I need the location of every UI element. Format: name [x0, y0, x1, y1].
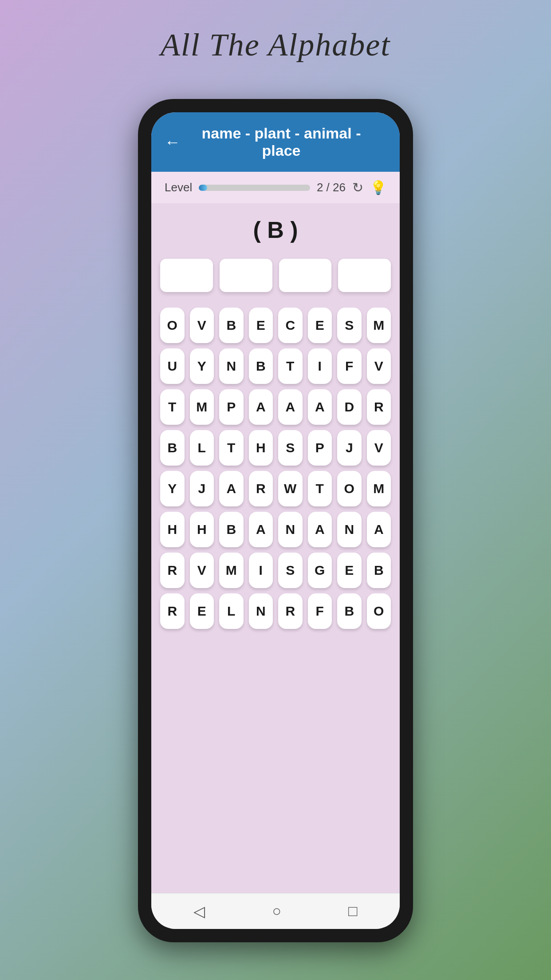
current-letter: ( B )	[253, 217, 298, 243]
letter-button[interactable]: M	[219, 553, 244, 588]
letter-button[interactable]: N	[249, 593, 273, 629]
letter-button[interactable]: V	[367, 348, 391, 384]
answer-box-4[interactable]	[338, 259, 391, 292]
app-title: All The Alphabet	[161, 27, 391, 63]
letter-button[interactable]: S	[278, 430, 303, 466]
letter-button[interactable]: B	[249, 348, 273, 384]
letter-button[interactable]: E	[308, 308, 332, 343]
letter-button[interactable]: R	[367, 389, 391, 425]
top-bar-title: name - plant - animal - place	[189, 125, 373, 159]
letter-button[interactable]: A	[249, 389, 273, 425]
letter-button[interactable]: A	[249, 512, 273, 547]
letter-button[interactable]: Y	[190, 348, 214, 384]
letter-button[interactable]: G	[308, 553, 332, 588]
letter-button[interactable]: A	[278, 389, 303, 425]
letter-button[interactable]: C	[278, 308, 303, 343]
letter-button[interactable]: E	[190, 593, 214, 629]
letter-button[interactable]: P	[308, 430, 332, 466]
phone-frame: ← name - plant - animal - place Level 2 …	[138, 99, 413, 942]
letter-button[interactable]: A	[219, 471, 244, 506]
letter-button[interactable]: V	[190, 553, 214, 588]
letter-button[interactable]: R	[249, 471, 273, 506]
letter-button[interactable]: E	[337, 553, 362, 588]
nav-home-button[interactable]: ○	[272, 903, 281, 920]
letter-button[interactable]: M	[190, 389, 214, 425]
phone-screen: ← name - plant - animal - place Level 2 …	[151, 112, 400, 929]
answer-box-2[interactable]	[220, 259, 272, 292]
letter-button[interactable]: H	[249, 430, 273, 466]
letter-button[interactable]: V	[190, 308, 214, 343]
letter-button[interactable]: T	[219, 430, 244, 466]
level-count: 2 / 26	[317, 181, 346, 194]
level-label: Level	[165, 181, 192, 194]
letter-button[interactable]: H	[160, 512, 185, 547]
letter-button[interactable]: E	[249, 308, 273, 343]
progress-fill	[199, 185, 207, 191]
letter-button[interactable]: T	[278, 348, 303, 384]
letter-button[interactable]: B	[219, 308, 244, 343]
letter-button[interactable]: R	[160, 553, 185, 588]
answer-box-3[interactable]	[279, 259, 332, 292]
letter-button[interactable]: F	[337, 348, 362, 384]
letter-button[interactable]: N	[337, 512, 362, 547]
letter-button[interactable]: L	[219, 593, 244, 629]
letter-grid: OVBECESMUYNBTIFVTMPAAADRBLTHSPJVYJARWTOM…	[160, 308, 391, 629]
letter-button[interactable]: A	[367, 512, 391, 547]
answer-boxes	[160, 259, 391, 292]
letter-button[interactable]: O	[160, 308, 185, 343]
nav-back-button[interactable]: ◁	[193, 902, 205, 920]
letter-button[interactable]: T	[308, 471, 332, 506]
letter-button[interactable]: U	[160, 348, 185, 384]
letter-button[interactable]: O	[337, 471, 362, 506]
letter-button[interactable]: V	[367, 430, 391, 466]
letter-button[interactable]: J	[190, 471, 214, 506]
letter-button[interactable]: B	[219, 512, 244, 547]
letter-button[interactable]: B	[367, 553, 391, 588]
level-bar: Level 2 / 26 ↻ 💡	[151, 172, 400, 203]
letter-button[interactable]: J	[337, 430, 362, 466]
hint-icon[interactable]: 💡	[370, 180, 386, 195]
letter-button[interactable]: R	[278, 593, 303, 629]
refresh-icon[interactable]: ↻	[352, 180, 363, 195]
letter-button[interactable]: A	[308, 512, 332, 547]
answer-box-1[interactable]	[160, 259, 213, 292]
letter-button[interactable]: N	[219, 348, 244, 384]
bottom-nav: ◁ ○ □	[151, 893, 400, 929]
letter-button[interactable]: L	[190, 430, 214, 466]
letter-button[interactable]: I	[249, 553, 273, 588]
letter-button[interactable]: M	[367, 308, 391, 343]
letter-button[interactable]: W	[278, 471, 303, 506]
back-button[interactable]: ←	[165, 133, 181, 151]
letter-button[interactable]: T	[160, 389, 185, 425]
letter-button[interactable]: F	[308, 593, 332, 629]
letter-button[interactable]: B	[160, 430, 185, 466]
nav-recent-button[interactable]: □	[348, 903, 358, 920]
letter-button[interactable]: A	[308, 389, 332, 425]
letter-button[interactable]: O	[367, 593, 391, 629]
letter-button[interactable]: D	[337, 389, 362, 425]
top-bar: ← name - plant - animal - place	[151, 112, 400, 172]
letter-button[interactable]: N	[278, 512, 303, 547]
progress-track	[199, 185, 310, 191]
letter-button[interactable]: S	[278, 553, 303, 588]
letter-button[interactable]: P	[219, 389, 244, 425]
letter-button[interactable]: R	[160, 593, 185, 629]
letter-button[interactable]: H	[190, 512, 214, 547]
letter-button[interactable]: M	[367, 471, 391, 506]
letter-button[interactable]: S	[337, 308, 362, 343]
game-area: ( B ) OVBECESMUYNBTIFVTMPAAADRBLTHSPJVYJ…	[151, 203, 400, 893]
letter-button[interactable]: Y	[160, 471, 185, 506]
letter-button[interactable]: B	[337, 593, 362, 629]
letter-button[interactable]: I	[308, 348, 332, 384]
